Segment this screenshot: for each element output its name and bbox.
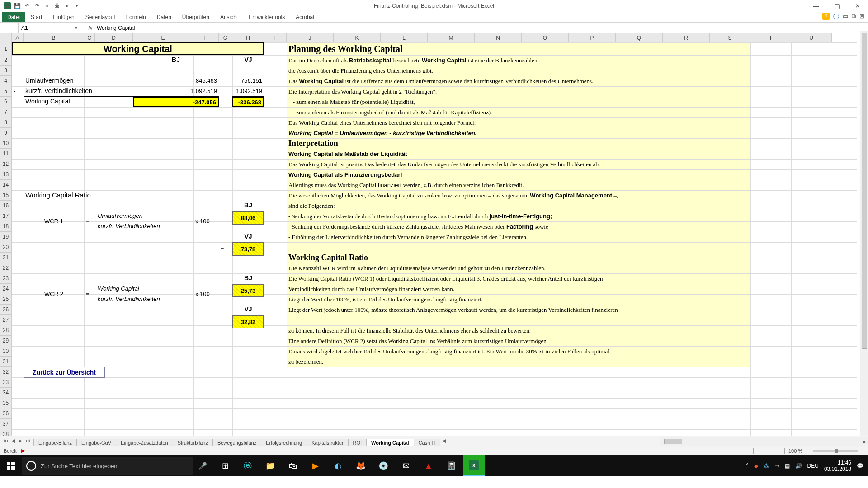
col-header-N[interactable]: N <box>475 33 522 42</box>
select-all-corner[interactable] <box>0 33 12 42</box>
row-header-11[interactable]: 11 <box>0 149 11 159</box>
row-header-13[interactable]: 13 <box>0 169 11 180</box>
restore-window-icon[interactable]: ⧉ <box>852 13 856 21</box>
sheet-tab[interactable]: Kapitalstruktur <box>307 439 348 446</box>
row-header-12[interactable]: 12 <box>0 159 11 169</box>
row-header-7[interactable]: 7 <box>0 107 11 117</box>
app-icon[interactable]: ◐ <box>327 455 349 476</box>
redo-icon[interactable]: ↷ <box>33 2 41 9</box>
zoom-out-icon[interactable]: − <box>806 448 809 454</box>
col-header-R[interactable]: R <box>663 33 710 42</box>
col-header-H[interactable]: H <box>232 33 264 42</box>
row-header-34[interactable]: 34 <box>0 388 11 398</box>
row-header-14[interactable]: 14 <box>0 180 11 190</box>
fx-icon[interactable]: fx <box>86 25 95 31</box>
row-header-24[interactable]: 24 <box>0 284 11 294</box>
name-box[interactable]: A1 ▼ <box>18 23 81 33</box>
notepad-icon[interactable]: 📓 <box>440 455 462 476</box>
name-box-dropdown-icon[interactable]: ▼ <box>74 26 78 30</box>
row-header-25[interactable]: 25 <box>0 294 11 305</box>
ribbon-tab-acrobat[interactable]: Acrobat <box>290 12 320 22</box>
col-header-C[interactable]: C <box>84 33 95 42</box>
sheet-tab[interactable]: Eingabe-Bilanz <box>33 439 77 446</box>
ribbon-tab-einfügen[interactable]: Einfügen <box>47 12 80 22</box>
row-header-2[interactable]: 2 <box>0 55 11 66</box>
disc-icon[interactable]: 💿 <box>373 455 394 476</box>
row-header-6[interactable]: 6 <box>0 97 11 107</box>
ribbon-tab-seitenlayout[interactable]: Seitenlayout <box>80 12 121 22</box>
sheet-tab[interactable]: Strukturbilanz <box>173 439 213 446</box>
col-header-J[interactable]: J <box>287 33 334 42</box>
maximize-button[interactable]: ▢ <box>826 0 847 12</box>
ribbon-tab-datei[interactable]: Datei <box>2 12 25 22</box>
tray-network-icon[interactable]: ▤ <box>785 463 790 469</box>
col-header-A[interactable]: A <box>12 33 24 42</box>
col-header-S[interactable]: S <box>710 33 750 42</box>
horizontal-scrollbar[interactable]: ▶ <box>660 437 868 446</box>
row-header-35[interactable]: 35 <box>0 398 11 408</box>
row-header-22[interactable]: 22 <box>0 263 11 273</box>
back-link[interactable]: Zurück zur Übersicht <box>24 367 105 378</box>
movies-icon[interactable]: ▶ <box>305 455 326 476</box>
taskview-icon[interactable]: ⊞ <box>214 455 236 476</box>
ribbon-tab-formeln[interactable]: Formeln <box>121 12 151 22</box>
taskbar-search[interactable]: Zur Suche Text hier eingeben <box>22 457 193 475</box>
tray-icon[interactable]: ⁂ <box>764 463 769 469</box>
sheet-tab[interactable]: Cash Fl <box>414 439 440 446</box>
tray-notifications-icon[interactable]: 💬 <box>857 463 863 469</box>
row-header-10[interactable]: 10 <box>0 138 11 149</box>
row-header-18[interactable]: 18 <box>0 221 11 232</box>
ribbon-tab-überprüfen[interactable]: Überprüfen <box>177 12 215 22</box>
col-header-F[interactable]: F <box>193 33 219 42</box>
sheet-tab[interactable]: Eingabe-Zusatzdaten <box>116 439 173 446</box>
qat-dropdown-icon[interactable]: ▾ <box>73 2 80 9</box>
row-header-8[interactable]: 8 <box>0 117 11 128</box>
row-header-31[interactable]: 31 <box>0 357 11 367</box>
tray-icon[interactable]: ◆ <box>754 463 758 469</box>
excel-taskbar-icon[interactable]: X <box>463 455 485 476</box>
ribbon-tab-ansicht[interactable]: Ansicht <box>215 12 243 22</box>
undo-icon[interactable]: ↶ <box>24 2 31 9</box>
row-header-21[interactable]: 21 <box>0 253 11 263</box>
macro-record-icon[interactable]: ▶ <box>21 448 25 454</box>
row-header-37[interactable]: 37 <box>0 419 11 429</box>
row-header-29[interactable]: 29 <box>0 336 11 346</box>
row-header-19[interactable]: 19 <box>0 232 11 242</box>
minimize-ribbon-icon[interactable]: ▭ <box>843 13 848 21</box>
store-icon[interactable]: 🛍 <box>282 455 304 476</box>
zoom-in-icon[interactable]: + <box>862 448 864 454</box>
col-header-G[interactable]: G <box>219 33 232 42</box>
zoom-slider[interactable] <box>813 450 858 452</box>
row-header-26[interactable]: 26 <box>0 305 11 315</box>
row-header-4[interactable]: 4 <box>0 76 11 86</box>
row-header-3[interactable]: 3 <box>0 66 11 76</box>
qat-icon[interactable]: ▪ <box>63 2 71 9</box>
row-headers[interactable]: 1234567891011121314151617181920212223242… <box>0 42 12 436</box>
row-header-16[interactable]: 16 <box>0 201 11 211</box>
row-header-17[interactable]: 17 <box>0 211 11 221</box>
col-header-T[interactable]: T <box>750 33 791 42</box>
view-pagebreak-icon[interactable] <box>777 448 785 454</box>
qat-icon[interactable]: ▪ <box>43 2 51 9</box>
row-header-23[interactable]: 23 <box>0 273 11 284</box>
col-header-P[interactable]: P <box>569 33 616 42</box>
col-header-E[interactable]: E <box>133 33 193 42</box>
ribbon-tab-entwicklertools[interactable]: Entwicklertools <box>243 12 290 22</box>
sheet-tab[interactable]: ROI <box>348 439 367 446</box>
mic-icon[interactable]: 🎤 <box>193 462 212 470</box>
sheet-nav[interactable]: ⏮◀▶⏭ <box>0 438 33 444</box>
row-header-9[interactable]: 9 <box>0 128 11 138</box>
sheet-tab[interactable]: Working Capital <box>366 439 414 446</box>
ribbon-tab-start[interactable]: Start <box>25 12 47 22</box>
pdf-icon[interactable]: ▲ <box>418 455 439 476</box>
row-header-5[interactable]: 5 <box>0 86 11 97</box>
tray-chevron-icon[interactable]: ˄ <box>746 463 749 469</box>
save-icon[interactable]: 💾 <box>14 2 21 9</box>
tray-clock[interactable]: 11:46 03.01.2018 <box>824 460 851 472</box>
vertical-scrollbar[interactable] <box>860 31 868 436</box>
grid-cells[interactable]: Working CapitalBJVJ=Umlaufvermögen845.46… <box>12 42 857 436</box>
row-header-1[interactable]: 1 <box>0 42 11 55</box>
sheet-tab[interactable]: Erfolgsrechnung <box>261 439 307 446</box>
view-layout-icon[interactable] <box>765 448 773 454</box>
row-header-27[interactable]: 27 <box>0 315 11 325</box>
